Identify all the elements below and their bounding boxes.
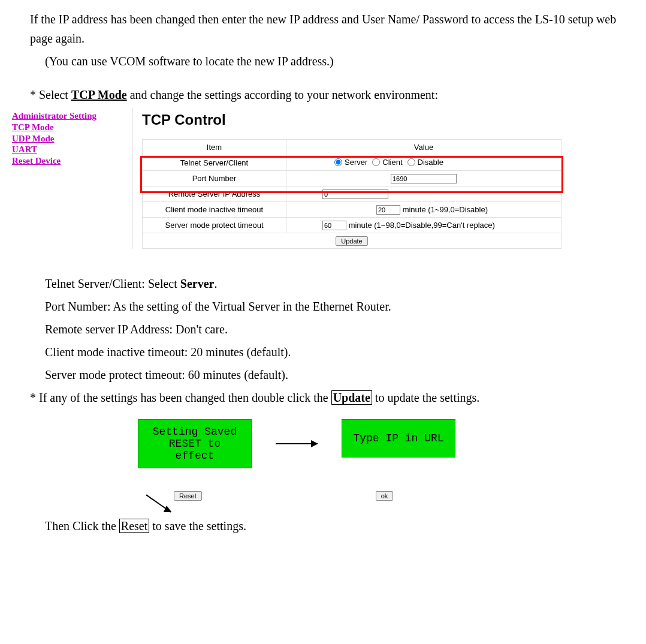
update-note-word: Update [331,390,372,405]
row-remote: Remote Server IP Address [143,186,562,202]
green-line-2: RESET to effect [148,438,242,462]
suffix-server-to: minute (1~98,0=Disable,99=Can't replace) [349,221,495,230]
green-col-left: Setting Saved RESET to effect [138,419,252,468]
reset-group: Reset [174,487,202,501]
sidebar-item-tcp[interactable]: TCP Mode [12,122,132,133]
select-suffix: and change the settings according to you… [127,88,438,101]
main-panel: TCP Control Item Value Telnet Server/Cli… [132,108,563,249]
radio-group-telnet: Server Client Disable [334,158,443,167]
panel-title: TCP Control [142,108,563,139]
update-note-prefix: * If any of the settings has been change… [30,391,331,404]
para-vcom-note: (You can use VCOM software to locate the… [12,52,634,71]
input-remote[interactable] [322,189,388,199]
reset-note: Then Click the Reset to save the setting… [12,516,634,535]
ex-client: Client mode inactive timeout: 20 minutes… [12,342,634,362]
input-port[interactable] [391,174,457,183]
row-telnet: Telnet Server/Client Server Client Disab… [143,155,562,171]
sidebar-nav: Administrator Setting TCP Mode UDP Mode … [12,108,132,249]
select-prefix: * Select [30,88,71,101]
ex-telnet-prefix: Telnet Server/Client: Select [45,277,180,290]
para-select-tcp: * Select TCP Mode and change the setting… [12,85,634,104]
label-port: Port Number [143,171,286,186]
row-update: Update [143,233,562,249]
tcp-control-screenshot: Administrator Setting TCP Mode UDP Mode … [12,108,634,249]
sidebar-item-uart[interactable]: UART [12,144,132,155]
update-note-suffix: to update the settings. [372,391,479,404]
update-note: * If any of the settings has been change… [12,388,634,407]
radio-disable[interactable] [407,158,415,166]
ex-telnet-suffix: . [214,277,217,290]
reset-button[interactable]: Reset [174,491,202,501]
th-item: Item [143,140,286,155]
radio-label-disable: Disable [418,158,443,167]
label-telnet: Telnet Server/Client [143,155,286,171]
green-line-1: Setting Saved [148,426,242,438]
label-remote: Remote Server IP Address [143,186,286,202]
green-box-saved: Setting Saved RESET to effect [138,419,252,468]
radio-label-server: Server [345,158,367,167]
input-client-to[interactable] [376,205,400,215]
update-button[interactable]: Update [336,236,367,246]
label-client-to: Client mode inactive timeout [143,202,286,218]
radio-client[interactable] [372,158,380,166]
ex-telnet-bold: Server [180,277,215,290]
para-ip-changed: If the IP address has been changed then … [12,10,634,48]
th-value: Value [286,140,562,155]
label-server-to: Server mode protect timeout [143,218,286,233]
reset-note-suffix: to save the settings. [149,519,246,532]
config-table: Item Value Telnet Server/Client Server C… [142,139,562,249]
suffix-client-to: minute (1~99,0=Disable) [403,205,488,214]
radio-server[interactable] [334,158,342,166]
green-col-right: Type IP in URL [342,419,455,458]
green-box-typeip: Type IP in URL [342,419,455,458]
radio-label-client: Client [382,158,402,167]
row-server-timeout: Server mode protect timeout minute (1~98… [143,218,562,233]
ex-port: Port Number: As the setting of the Virtu… [12,297,634,316]
row-client-timeout: Client mode inactive timeout minute (1~9… [143,202,562,218]
sidebar-item-udp[interactable]: UDP Mode [12,133,132,145]
sidebar-item-admin[interactable]: Administrator Setting [12,110,132,122]
ex-remote: Remote server IP Address: Don't care. [12,320,634,339]
ok-button[interactable]: ok [376,491,394,501]
button-row: Reset ok [12,476,634,501]
ok-group: ok [376,487,394,501]
tcp-mode-link-text: TCP Mode [71,88,127,101]
ex-telnet: Telnet Server/Client: Select Server. [12,274,634,293]
reset-note-word: Reset [119,519,149,533]
ex-server: Server mode protect timeout: 60 minutes … [12,365,634,384]
input-server-to[interactable] [322,221,346,230]
row-port: Port Number [143,171,562,186]
green-boxes-row: Setting Saved RESET to effect Type IP in… [12,419,634,468]
arrow-right-icon [276,443,318,444]
sidebar-item-reset[interactable]: Reset Device [12,155,132,167]
arrow-to-reset-icon [146,495,171,513]
green-right-text: Type IP in URL [352,432,445,444]
reset-note-prefix: Then Click the [45,519,119,532]
